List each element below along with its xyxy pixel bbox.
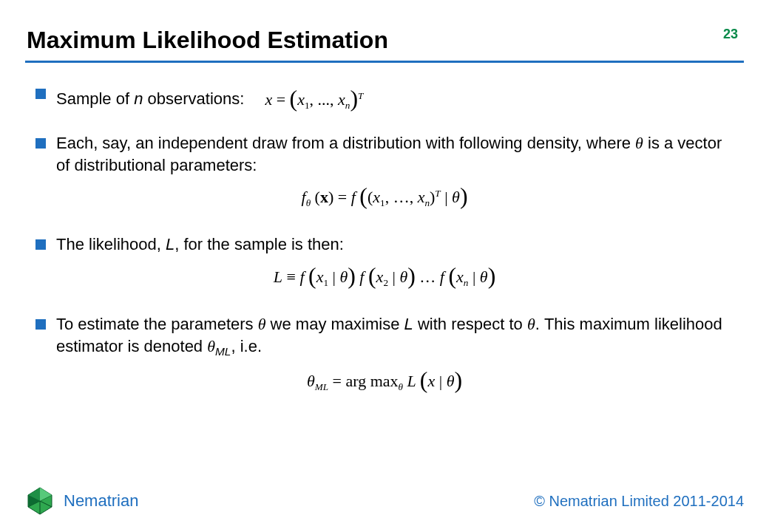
op-eq: =: [328, 372, 345, 390]
var-x: x: [376, 267, 384, 286]
delim: ): [488, 263, 496, 289]
sub: 1: [380, 198, 385, 209]
sub: 1: [305, 100, 310, 111]
text: …: [416, 267, 440, 286]
op-equiv: ≡: [282, 267, 299, 286]
delim: ): [454, 367, 462, 393]
text: , ...,: [310, 90, 339, 109]
var-x: x: [316, 267, 324, 286]
page-number: 23: [723, 27, 738, 42]
delim: (: [311, 188, 320, 206]
delim: (: [420, 367, 428, 393]
text: , i.e.: [231, 337, 262, 355]
op-given: |: [388, 267, 399, 286]
equation-likelihood: L ≡ f (x1 | θ) f (x2 | θ) … f (xn | θ): [35, 263, 734, 290]
var-x-bold: x: [320, 188, 328, 206]
slide-footer: Nematrian © Nematrian Limited 2011-2014: [25, 486, 744, 516]
bullet-likelihood: The likelihood, L, for the sample is the…: [35, 233, 734, 256]
op-given: |: [435, 372, 446, 390]
brand-name: Nematrian: [64, 491, 138, 511]
var-theta: θ: [635, 134, 643, 152]
var-x: x: [456, 267, 464, 286]
sub: 2: [383, 278, 388, 289]
var-x: x: [418, 188, 425, 206]
equation-sample-vector: x = (x1, ..., xn)T: [265, 83, 363, 115]
bullet-sample-text: Sample of n observations:: [56, 88, 244, 110]
nematrian-logo-icon: [25, 486, 55, 516]
delim: ): [348, 263, 356, 289]
delim: (: [308, 263, 316, 289]
var-L: L: [166, 235, 175, 253]
op-given: |: [441, 188, 452, 206]
var-theta: θ: [258, 315, 266, 333]
equation-argmax: θML = arg maxθ L (x | θ): [35, 367, 734, 394]
delim: (: [448, 263, 456, 289]
text: Sample of: [56, 89, 134, 108]
delim: ): [407, 263, 416, 289]
header-rule: [25, 61, 744, 63]
op-eq: =: [338, 188, 351, 206]
delim: (: [290, 86, 298, 112]
text: To estimate the parameters: [56, 315, 258, 333]
op-given: |: [328, 267, 339, 286]
delim: (: [359, 183, 367, 209]
text: with respect to: [413, 315, 527, 333]
bullet-density: Each, say, an independent draw from a di…: [35, 132, 734, 176]
spacer: [35, 216, 734, 233]
sub: ML: [315, 381, 328, 392]
op-given: |: [468, 267, 479, 286]
delim: (: [368, 263, 376, 289]
delim: ): [350, 86, 358, 112]
bullet-mle: To estimate the parameters θ we may maxi…: [35, 313, 734, 360]
var-theta: θ: [307, 372, 315, 390]
var-theta: θ: [480, 267, 488, 286]
op-eq: =: [272, 90, 289, 109]
var-n: n: [134, 89, 143, 108]
copyright: © Nematrian Limited 2011-2014: [534, 493, 744, 510]
text: we may maximise: [266, 315, 404, 333]
text: observations:: [143, 89, 244, 108]
var-L: L: [407, 372, 416, 390]
var-x: x: [338, 90, 345, 109]
spacer: [35, 115, 734, 132]
var-theta: θ: [452, 188, 460, 206]
var-theta: θ: [527, 315, 535, 333]
sub: ML: [215, 345, 231, 358]
var-L: L: [274, 267, 282, 286]
sup: T: [358, 90, 363, 101]
spacer: [35, 296, 734, 313]
text: , …,: [385, 188, 418, 206]
op-argmax: arg max: [345, 372, 398, 390]
delim: ): [328, 188, 338, 206]
var-f: f: [351, 188, 356, 206]
sup: T: [435, 188, 440, 199]
slide: Maximum Likelihood Estimation 23 Sample …: [0, 0, 769, 532]
text: Each, say, an independent draw from a di…: [56, 134, 635, 152]
slide-header: Maximum Likelihood Estimation: [27, 27, 742, 60]
var-x: x: [297, 90, 305, 109]
text: , for the sample is then:: [175, 235, 344, 253]
bullet-sample-row: Sample of n observations: x = (x1, ..., …: [56, 83, 734, 115]
sub: n: [424, 198, 430, 209]
var-x: x: [427, 372, 435, 390]
equation-density: fθ (x) = f ((x1, …, xn)T | θ): [35, 183, 734, 210]
var-theta: θ: [399, 267, 407, 286]
brand: Nematrian: [25, 486, 138, 516]
bullet-sample: Sample of n observations: x = (x1, ..., …: [35, 83, 734, 115]
slide-body: Sample of n observations: x = (x1, ..., …: [35, 83, 734, 474]
slide-title: Maximum Likelihood Estimation: [27, 27, 742, 54]
var-x: x: [373, 188, 380, 206]
var-f: f: [299, 267, 304, 286]
var-L: L: [404, 315, 413, 333]
text: The likelihood,: [56, 235, 166, 253]
var-theta: θ: [447, 372, 455, 390]
delim: ): [460, 183, 468, 209]
var-x: x: [265, 90, 272, 109]
var-theta: θ: [339, 267, 348, 286]
var-theta: θ: [207, 337, 215, 355]
